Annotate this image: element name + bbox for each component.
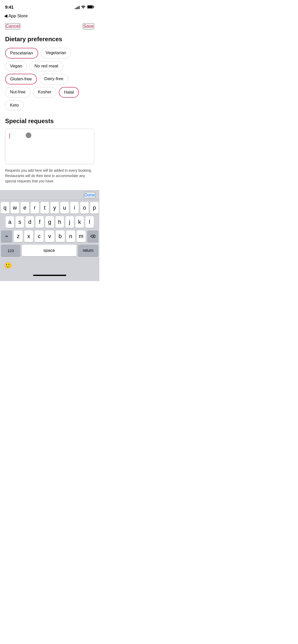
key-t[interactable]: t [40,202,49,214]
key-s[interactable]: s [16,216,24,228]
key-m[interactable]: m [77,230,86,242]
key-y[interactable]: y [50,202,59,214]
diet-tags-container: PescetarianVegetarianVeganNo red meatGlu… [5,48,94,110]
battery-icon [87,5,94,10]
key-v[interactable]: v [45,230,54,242]
cancel-button[interactable]: Cancel [5,23,20,30]
text-cursor [9,133,10,139]
nav-bar: Cancel Save [0,21,99,34]
key-row-1: q w e r t y u i o p [1,202,98,214]
key-b[interactable]: b [56,230,65,242]
key-x[interactable]: x [24,230,33,242]
numbers-key[interactable]: 123 [1,245,20,256]
key-q[interactable]: q [1,202,9,214]
status-icons [75,5,94,10]
diet-tag-gluten-free[interactable]: Gluten-free [5,74,37,84]
key-e[interactable]: e [21,202,29,214]
diet-tag-no-red-meat[interactable]: No red meat [30,61,63,71]
special-requests-section: Special requests Requests you add here w… [0,118,99,184]
status-bar: 9:41 [0,0,99,13]
key-row-3: z x c v b n m [1,230,98,242]
helper-text: Requests you add here will be added to e… [5,168,94,184]
key-u[interactable]: u [60,202,69,214]
return-key[interactable]: return [78,245,98,256]
key-k[interactable]: k [75,216,84,228]
key-h[interactable]: h [56,216,64,228]
app-store-label: App Store [8,13,28,19]
key-w[interactable]: w [11,202,19,214]
shift-key[interactable] [1,230,12,242]
dietary-preferences-section: Dietary preferences PescetarianVegetaria… [0,34,99,110]
diet-tag-vegetarian[interactable]: Vegetarian [41,48,71,58]
key-row-4: 123 space return [1,245,98,256]
home-indicator [0,273,99,281]
space-key[interactable]: space [22,245,76,256]
key-row-2: a s d f g h j k l [1,216,98,228]
touch-indicator [26,133,31,138]
status-time: 9:41 [5,5,13,10]
done-button[interactable]: Done [84,192,95,198]
keyboard-container: Done q w e r t y u i o p a s d f g h j k… [0,190,99,273]
key-c[interactable]: c [35,230,44,242]
diet-tag-halal[interactable]: Halal [59,87,79,98]
key-o[interactable]: o [80,202,89,214]
keyboard-toolbar: Done [0,190,99,200]
key-z[interactable]: z [14,230,23,242]
key-p[interactable]: p [90,202,99,214]
diet-tag-keto[interactable]: Keto [5,100,24,110]
app-store-nav[interactable]: ◀ App Store [0,13,99,21]
key-r[interactable]: r [31,202,39,214]
key-j[interactable]: j [65,216,74,228]
home-bar [33,275,66,276]
diet-tag-vegan[interactable]: Vegan [5,61,27,71]
diet-tag-pescetarian[interactable]: Pescetarian [5,48,38,58]
key-l[interactable]: l [85,216,94,228]
diet-tag-nut-free[interactable]: Nut-free [5,87,30,98]
signal-icon [75,6,79,9]
key-d[interactable]: d [25,216,34,228]
svg-rect-3 [88,6,93,8]
keyboard-bottom-bar: 🙂 [0,260,99,273]
dietary-preferences-title: Dietary preferences [5,36,94,43]
wifi-icon [81,5,86,10]
key-g[interactable]: g [45,216,54,228]
special-requests-title: Special requests [5,118,94,125]
diet-tag-kosher[interactable]: Kosher [33,87,56,98]
emoji-icon[interactable]: 🙂 [4,262,12,269]
key-a[interactable]: a [6,216,14,228]
backspace-key[interactable] [87,230,98,242]
key-n[interactable]: n [66,230,75,242]
svg-point-0 [83,8,84,9]
key-i[interactable]: i [70,202,79,214]
keyboard: q w e r t y u i o p a s d f g h j k l [0,200,99,260]
svg-rect-2 [93,6,94,8]
special-requests-input[interactable] [5,129,94,164]
key-f[interactable]: f [35,216,44,228]
save-button[interactable]: Save [83,23,94,30]
diet-tag-dairy-free[interactable]: Dairy-free [39,74,68,84]
back-arrow-icon: ◀ [4,13,7,19]
